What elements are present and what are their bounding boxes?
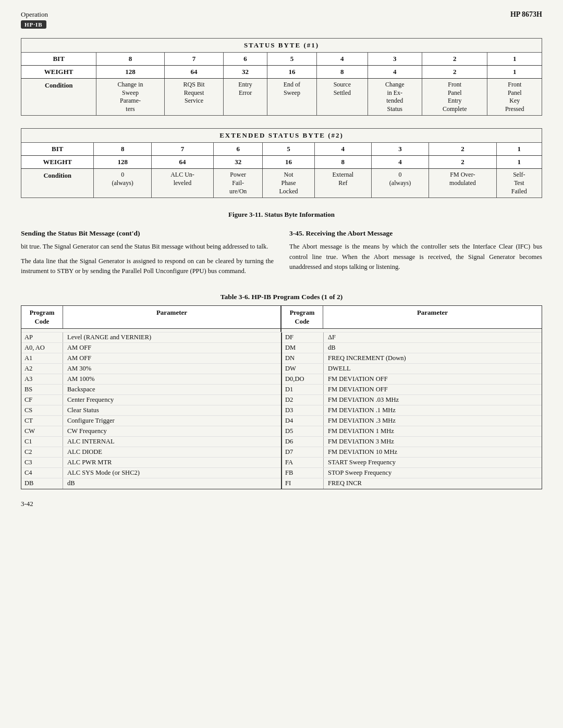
cond-1-2: FrontPanelEntryComplete xyxy=(422,79,487,116)
prog-code-cell: CT xyxy=(21,416,63,426)
hp-ib-badge: HP·IB xyxy=(21,20,46,29)
prog-code-cell: C3 xyxy=(21,458,63,467)
cond-2-4: ExternalRef xyxy=(314,169,371,198)
sending-section: Sending the Status Bit Message (cont'd) … xyxy=(21,229,274,280)
prog-param-cell: CW Frequency xyxy=(63,426,281,436)
bit-1: 1 xyxy=(487,53,542,66)
cond-1-4: SourceSettled xyxy=(317,79,368,116)
prog-right-row: D0,DOFM DEVIATION OFF xyxy=(282,374,542,385)
right-headers: ProgramCode Parameter xyxy=(282,306,542,328)
prog-left-row: C2ALC DIODE xyxy=(21,447,281,458)
cond-2-7: ALC Un-leveled xyxy=(151,169,213,198)
prog-right-row: FASTART Sweep Frequency xyxy=(282,458,542,468)
bit-header: BIT xyxy=(21,53,96,66)
prog-param-cell: AM OFF xyxy=(63,353,281,363)
prog-param-header-2: Parameter xyxy=(323,306,542,328)
prog-right-row: D7FM DEVIATION 10 MHz xyxy=(282,447,542,458)
prog-param-cell: FM DEVIATION OFF xyxy=(324,374,542,384)
page-header: Operation HP·IB HP 8673H xyxy=(21,10,542,29)
prog-code-cell: BS xyxy=(21,385,63,394)
prog-param-cell: Level (RANGE and VERNIER) xyxy=(63,332,281,342)
cond-2-1: Self-TestFailed xyxy=(496,169,542,198)
prog-right-side: DFΔFDMdBDNFREQ INCREMENT (Down)DWDWELLD0… xyxy=(282,332,542,489)
prog-code-cell: D4 xyxy=(282,416,324,426)
prog-param-cell: FM DEVIATION 10 MHz xyxy=(324,447,542,457)
weight-header: WEIGHT xyxy=(21,66,96,79)
prog-right-row: D3FM DEVIATION .1 MHz xyxy=(282,405,542,416)
status-byte-1-title: STATUS BYTE (#1) xyxy=(21,39,542,53)
prog-right-row: D1FM DEVIATION OFF xyxy=(282,385,542,395)
prog-code-cell: FB xyxy=(282,468,324,478)
bit-4: 4 xyxy=(317,53,368,66)
prog-code-cell: FA xyxy=(282,458,324,467)
prog-code-cell: DN xyxy=(282,353,324,363)
figure-caption: Figure 3-11. Status Byte Information xyxy=(21,211,542,219)
prog-code-header-1: ProgramCode xyxy=(21,306,63,328)
status-byte-1-table: STATUS BYTE (#1) BIT 8 7 6 5 4 3 2 1 WEI… xyxy=(21,38,542,116)
prog-code-cell: AP xyxy=(21,332,63,342)
bit-2: 2 xyxy=(422,53,487,66)
prog-left-row: BSBackspace xyxy=(21,385,281,395)
prog-code-cell: D5 xyxy=(282,426,324,436)
sending-para1: bit true. The Signal Generator can send … xyxy=(21,242,274,252)
weight-16: 16 xyxy=(267,66,316,79)
page-number: 3-42 xyxy=(21,500,542,508)
sending-para2: The data line that the Signal Generator … xyxy=(21,256,274,277)
prog-left-row: CTConfigure Trigger xyxy=(21,416,281,426)
program-table-title: Table 3-6. HP-IB Program Codes (1 of 2) xyxy=(21,293,542,301)
prog-code-cell: D6 xyxy=(282,437,324,447)
cond-2-5: NotPhaseLocked xyxy=(263,169,315,198)
sending-heading: Sending the Status Bit Message (cont'd) xyxy=(21,229,274,238)
cond-1-8: Change inSweepParame-ters xyxy=(96,79,164,116)
prog-code-cell: D0,DO xyxy=(282,374,324,384)
prog-left-row: C3ALC PWR MTR xyxy=(21,458,281,468)
abort-para1: The Abort message is the means by which … xyxy=(289,242,542,272)
prog-code-cell: DB xyxy=(21,478,63,489)
prog-right-row: DNFREQ INCREMENT (Down) xyxy=(282,353,542,364)
prog-code-cell: A3 xyxy=(21,374,63,384)
prog-code-cell: CS xyxy=(21,405,63,415)
prog-left-row: APLevel (RANGE and VERNIER) xyxy=(21,332,281,343)
prog-param-cell: FM DEVIATION OFF xyxy=(324,385,542,394)
prog-left-side: APLevel (RANGE and VERNIER)A0, AOAM OFFA… xyxy=(21,332,282,489)
prog-param-cell: AM 100% xyxy=(63,374,281,384)
bit-5: 5 xyxy=(267,53,316,66)
prog-param-cell: ΔF xyxy=(324,332,542,342)
prog-param-cell: ALC PWR MTR xyxy=(63,458,281,467)
prog-code-header-2: ProgramCode xyxy=(282,306,323,328)
prog-param-cell: DWELL xyxy=(324,364,542,374)
status-byte-2-title: EXTENDED STATUS BYTE (#2) xyxy=(21,129,542,143)
prog-left-row: C4ALC SYS Mode (or SHC2) xyxy=(21,468,281,478)
prog-code-cell: D2 xyxy=(282,395,324,405)
prog-code-cell: FI xyxy=(282,478,324,489)
prog-param-cell: FM DEVIATION .1 MHz xyxy=(324,405,542,415)
prog-code-cell: DW xyxy=(282,364,324,374)
prog-right-row: DFΔF xyxy=(282,332,542,343)
prog-code-cell: CW xyxy=(21,426,63,436)
abort-heading: 3-45. Receiving the Abort Message xyxy=(289,229,542,238)
prog-left-row: C1ALC INTERNAL xyxy=(21,437,281,447)
prog-code-cell: D3 xyxy=(282,405,324,415)
prog-code-cell: CF xyxy=(21,395,63,405)
section-label: Operation xyxy=(21,10,48,19)
prog-code-cell: C1 xyxy=(21,437,63,447)
cond-1-1: FrontPanelKeyPressed xyxy=(487,79,542,116)
cond-2-3: 0(always) xyxy=(371,169,429,198)
program-table-section: Table 3-6. HP-IB Program Codes (1 of 2) … xyxy=(21,293,542,489)
prog-param-cell: FM DEVIATION .3 MHz xyxy=(324,416,542,426)
weight-header-2: WEIGHT xyxy=(21,156,94,169)
prog-param-cell: Center Frequency xyxy=(63,395,281,405)
abort-section: 3-45. Receiving the Abort Message The Ab… xyxy=(289,229,542,280)
prog-right-row: D5FM DEVIATION 1 MHz xyxy=(282,426,542,437)
prog-code-cell: DF xyxy=(282,332,324,342)
weight-64: 64 xyxy=(164,66,224,79)
prog-param-cell: FM DEVIATION .03 MHz xyxy=(324,395,542,405)
prog-param-cell: STOP Sweep Frequency xyxy=(324,468,542,478)
prog-param-cell: dB xyxy=(324,343,542,353)
prog-left-row: A1AM OFF xyxy=(21,353,281,364)
prog-param-cell: ALC SYS Mode (or SHC2) xyxy=(63,468,281,478)
status-byte-2-table: EXTENDED STATUS BYTE (#2) BIT 8 7 6 5 4 … xyxy=(21,128,542,198)
bit-header-2: BIT xyxy=(21,143,94,156)
prog-param-header-1: Parameter xyxy=(63,306,280,328)
prog-code-cell: C2 xyxy=(21,447,63,457)
